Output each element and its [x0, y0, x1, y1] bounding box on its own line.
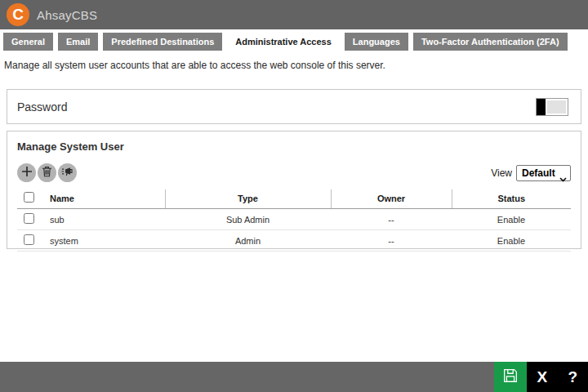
cell-name: system: [45, 230, 165, 252]
cell-owner: --: [331, 209, 452, 230]
tab-languages[interactable]: Languages: [345, 33, 408, 51]
close-button[interactable]: X: [527, 362, 558, 392]
tab-email[interactable]: Email: [58, 33, 98, 51]
column-header-name[interactable]: Name: [45, 189, 165, 209]
password-panel: Password: [7, 89, 581, 124]
cell-type: Sub Admin: [165, 209, 331, 230]
system-users-table: Name Type Owner Status sub Sub Admin -- …: [17, 189, 571, 252]
select-all-checkbox[interactable]: [24, 192, 34, 203]
plus-icon: [21, 166, 33, 180]
footer-black-group: X ?: [527, 362, 588, 392]
table-header-row: Name Type Owner Status: [17, 189, 571, 209]
logo-letter: C: [12, 6, 24, 24]
ahsay-logo-icon: C: [7, 3, 29, 26]
view-selector-group: View Default: [491, 165, 571, 181]
cell-owner: --: [331, 230, 452, 252]
delete-user-button[interactable]: [38, 163, 56, 182]
tab-two-factor-authentication[interactable]: Two-Factor Authentication (2FA): [413, 33, 568, 51]
toggle-knob: [537, 99, 546, 115]
view-select-wrap: Default: [516, 165, 571, 181]
cell-type: Admin: [165, 230, 331, 252]
toolbar-row: View Default: [17, 163, 571, 182]
table-row[interactable]: system Admin -- Enable: [17, 230, 571, 252]
user-toolbar: [17, 163, 77, 182]
view-label: View: [491, 167, 512, 179]
row-checkbox[interactable]: [24, 213, 34, 224]
floppy-disk-icon: [501, 367, 519, 387]
section-title: Manage System User: [17, 140, 571, 153]
bottom-action-bar: X ?: [0, 362, 588, 392]
add-user-button[interactable]: [17, 163, 36, 182]
table-row[interactable]: sub Sub Admin -- Enable: [17, 209, 571, 230]
view-select[interactable]: Default: [516, 165, 571, 181]
tab-predefined-destinations[interactable]: Predefined Destinations: [103, 33, 222, 51]
announce-user-button[interactable]: [58, 163, 77, 182]
help-button[interactable]: ?: [558, 362, 588, 392]
trash-icon: [42, 166, 52, 180]
ahsaycbs-window: C AhsayCBS General Email Predefined Dest…: [0, 0, 588, 392]
megaphone-icon: [61, 166, 74, 180]
cell-status: Enable: [452, 209, 571, 230]
tab-administrative-access[interactable]: Administrative Access: [227, 33, 340, 51]
cell-name: sub: [45, 209, 165, 230]
password-label: Password: [17, 100, 67, 114]
manage-system-user-panel: Manage System User: [7, 131, 581, 249]
column-header-type[interactable]: Type: [165, 189, 331, 209]
app-title: AhsayCBS: [37, 8, 97, 22]
column-header-owner[interactable]: Owner: [331, 189, 452, 209]
page-description: Manage all system user accounts that are…: [4, 60, 585, 71]
tab-general[interactable]: General: [3, 33, 53, 51]
password-toggle[interactable]: [536, 98, 568, 116]
cell-status: Enable: [452, 230, 571, 252]
column-header-status[interactable]: Status: [452, 189, 571, 209]
row-checkbox[interactable]: [24, 234, 34, 245]
settings-tab-bar: General Email Predefined Destinations Ad…: [0, 29, 588, 51]
save-button[interactable]: [494, 362, 527, 392]
top-header-bar: C AhsayCBS: [0, 0, 588, 29]
toggle-track: [546, 99, 568, 115]
